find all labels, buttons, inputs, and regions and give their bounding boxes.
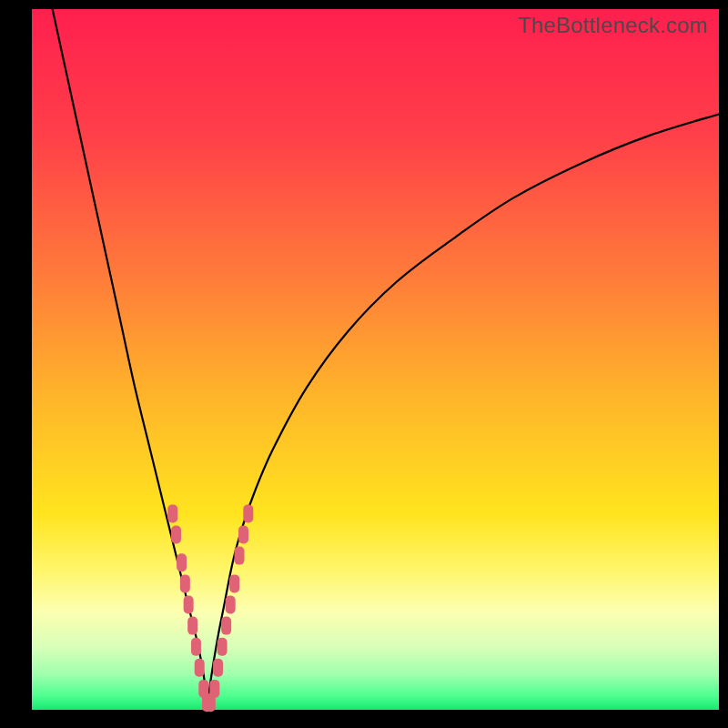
chart-frame: TheBottleneck.com <box>0 0 728 728</box>
marker-point <box>226 596 236 614</box>
chart-svg <box>32 9 719 710</box>
plot-area: TheBottleneck.com <box>32 9 719 710</box>
marker-point <box>213 659 223 677</box>
marker-point <box>187 617 197 635</box>
marker-point <box>180 574 190 592</box>
marker-point <box>184 596 194 614</box>
marker-point <box>195 659 205 677</box>
marker-point <box>171 526 181 544</box>
marker-point <box>191 638 201 656</box>
marker-point <box>221 617 231 635</box>
marker-point <box>177 553 187 571</box>
marker-point <box>243 504 253 522</box>
marker-point <box>235 547 245 565</box>
marker-point <box>167 504 177 522</box>
marker-point <box>217 638 228 656</box>
curve-right-branch <box>207 115 719 711</box>
marker-point <box>238 526 248 544</box>
marker-point <box>209 680 219 698</box>
marker-point <box>229 574 239 592</box>
